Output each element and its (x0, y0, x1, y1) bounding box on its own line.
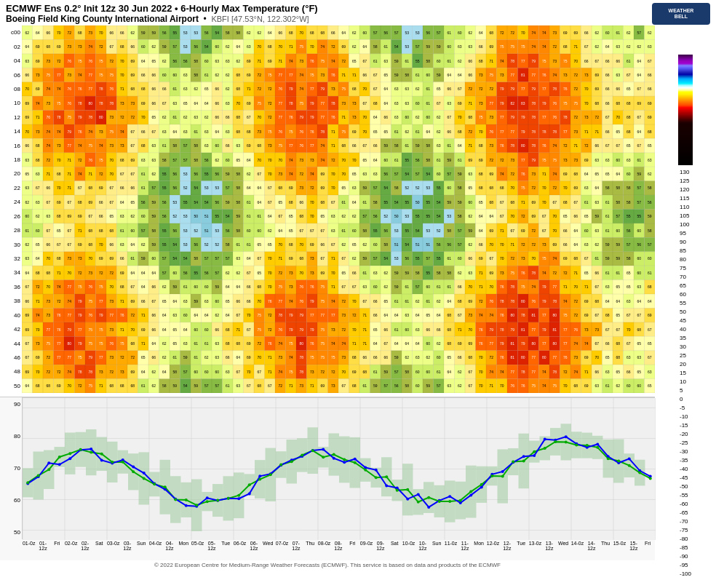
x-axis-label: 03-12z (120, 541, 134, 563)
scale-label: 85 (680, 247, 691, 255)
scale-label: -70 (680, 517, 691, 526)
heatmap-y-label: 32 (0, 252, 22, 266)
scale-labels: 1301251201151101051009590858075706560555… (680, 168, 691, 579)
scale-label: 35 (680, 334, 691, 343)
x-axis-label: 10-12z (415, 541, 429, 563)
scale-label: -90 (680, 552, 691, 561)
heatmap-y-label: 48 (0, 365, 22, 378)
scale-label: 40 (680, 325, 691, 334)
x-axis-label: 02-0z (64, 541, 78, 563)
color-scale: 1301251201151101051009590858075706560555… (655, 25, 716, 579)
y-label-70: 70 (1, 465, 20, 472)
heatmap-y-label: 24 (0, 195, 22, 209)
heatmap-y-label: 12 (0, 111, 22, 124)
x-axis-label: Wed (261, 541, 275, 563)
bottom-chart-y-axis: 90 80 70 60 50 (0, 397, 22, 539)
scale-label: -85 (680, 544, 691, 552)
x-axis-label: Tue (514, 541, 528, 563)
x-axis-label: 06-12z (247, 541, 260, 563)
color-scale-bar (678, 55, 693, 165)
heatmap-y-label: 16 (0, 139, 22, 153)
heatmap-y-label: 08 (0, 82, 22, 96)
scale-label: -50 (680, 482, 691, 491)
scale-label: 5 (680, 386, 691, 395)
scale-label: -65 (680, 509, 691, 517)
scale-label: 60 (680, 290, 691, 299)
x-axis-label: 06-0z (233, 541, 247, 563)
scale-label: 105 (680, 212, 691, 220)
station-name: Boeing Field King County International A… (6, 14, 199, 24)
x-axis-label: 09-12z (373, 541, 387, 563)
scale-label: 20 (680, 360, 691, 369)
x-axis-label: Tue (219, 541, 233, 563)
x-axis-label: 04-12z (162, 541, 176, 563)
heatmap-canvas (22, 25, 655, 393)
scale-label: 115 (680, 194, 691, 203)
heatmap-y-label: 04 (0, 54, 22, 68)
scale-label: 80 (680, 255, 691, 264)
scale-label: -35 (680, 456, 691, 465)
scale-label: -10 (680, 413, 691, 421)
scale-label: 95 (680, 229, 691, 238)
logo-text: WEATHER BELL (669, 8, 694, 20)
bottom-chart-canvas-container (22, 397, 655, 539)
heatmap-y-label: 50 (0, 379, 22, 393)
heatmap-y-label: 42 (0, 322, 22, 336)
heatmap-y-label: 10 (0, 96, 22, 110)
heatmap-y-label: 46 (0, 351, 22, 365)
heatmap-y-label: 34 (0, 266, 22, 279)
heatmap-y-label: 30 (0, 238, 22, 252)
scale-label: -45 (680, 474, 691, 482)
x-axis-label: Fri (50, 541, 64, 563)
x-axis-label: 07-12z (289, 541, 303, 563)
chart-title-line1: ECMWF Ens 0.2° Init 12z 30 Jun 2022 • 6-… (6, 3, 710, 14)
scale-label: 65 (680, 282, 691, 290)
scale-label: 100 (680, 220, 691, 229)
scale-label: -25 (680, 439, 691, 448)
heatmap-y-label: 26 (0, 210, 22, 223)
scale-label: -75 (680, 526, 691, 535)
scale-label: 50 (680, 308, 691, 317)
scale-label: 120 (680, 186, 691, 194)
y-label-50: 50 (1, 529, 20, 536)
bottom-chart-section: Control Mean 90 80 70 60 50 (0, 397, 655, 560)
scale-label: -40 (680, 465, 691, 474)
x-axis-label: 07-0z (275, 541, 289, 563)
x-axis-label: 04-0z (148, 541, 162, 563)
heatmap-y-label: 22 (0, 181, 22, 195)
y-label-80: 80 (1, 433, 20, 440)
scale-label: 70 (680, 273, 691, 282)
heatmap-y-label: 38 (0, 294, 22, 308)
x-axis-label: 12-12z (500, 541, 514, 563)
scale-label: 45 (680, 317, 691, 325)
scale-label: 130 (680, 168, 691, 177)
x-axis-label: Mon (177, 541, 191, 563)
x-axis-label: 11-12z (458, 541, 472, 563)
scale-label: -30 (680, 448, 691, 456)
x-axis-label: 12-0z (486, 541, 500, 563)
scale-label: 75 (680, 264, 691, 273)
x-axis-label: 15-0z (613, 541, 626, 563)
x-axis-label: 14-0z (570, 541, 584, 563)
heatmap-y-label: 14 (0, 124, 22, 138)
x-axis-label: Fri (346, 541, 359, 563)
scale-label: 110 (680, 203, 691, 212)
heatmap-y-label: 44 (0, 337, 22, 351)
scale-label: 0 (680, 395, 691, 404)
scale-label: 90 (680, 238, 691, 247)
y-label-90: 90 (1, 401, 20, 408)
x-axis-label: Thu (598, 541, 612, 563)
x-axis-label: Sun (135, 541, 148, 563)
scale-label: -55 (680, 491, 691, 500)
heatmap-y-label: 18 (0, 153, 22, 167)
main-content: 5048464442403836343230282624222018161412… (0, 25, 716, 579)
x-axis-label: 08-12z (331, 541, 345, 563)
x-axis-label: Wed (556, 541, 570, 563)
scale-label: -80 (680, 535, 691, 544)
x-axis-label: Sun (430, 541, 444, 563)
scale-label: -5 (680, 404, 691, 413)
scale-label: -20 (680, 430, 691, 439)
chart-title-line2: Boeing Field King County International A… (6, 14, 710, 24)
x-axis-label: 05-12z (204, 541, 218, 563)
x-axis-label: 13-12z (542, 541, 556, 563)
